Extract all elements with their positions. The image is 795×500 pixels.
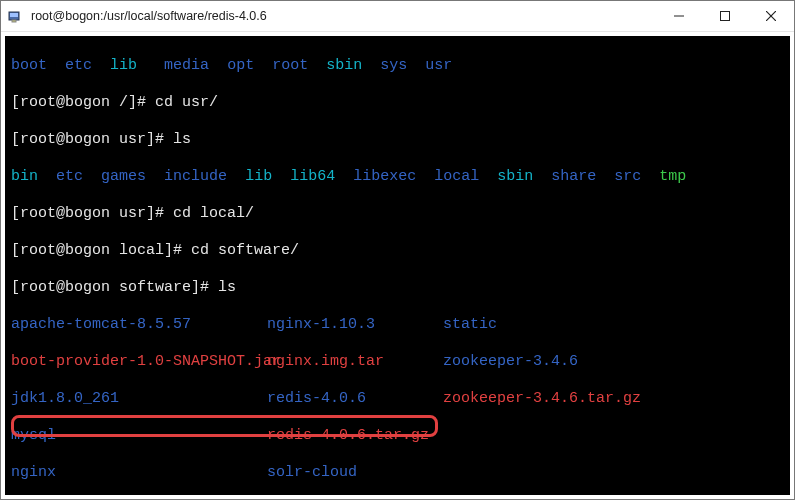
dir-entry: sbin [326, 57, 362, 74]
dir-entry: games [101, 168, 146, 185]
usr-ls-row: bin etc games include lib lib64 libexec … [11, 168, 784, 187]
dir-entry: nginx-1.10.3 [267, 316, 443, 335]
dir-entry: opt [227, 57, 254, 74]
file-entry: boot-provider-1.0-SNAPSHOT.jar [11, 353, 267, 372]
window-titlebar: root@bogon:/usr/local/software/redis-4.0… [1, 1, 794, 32]
dir-entry: redis-4.0.6 [267, 390, 443, 409]
dir-entry: share [551, 168, 596, 185]
dir-entry: lib [110, 57, 137, 74]
svg-rect-1 [10, 13, 18, 17]
dir-entry: nginx [11, 464, 267, 483]
dir-entry: mysql [11, 427, 267, 446]
dir-entry: etc [65, 57, 92, 74]
software-ls-row: mysqlredis-4.0.6.tar.gz [11, 427, 784, 446]
root-ls-row: boot etc lib media opt root sbin sys usr [11, 57, 784, 76]
file-entry: redis-4.0.6.tar.gz [267, 427, 443, 446]
file-entry: zookeeper-3.4.6.tar.gz [443, 390, 784, 409]
dir-entry: sbin [497, 168, 533, 185]
dir-entry: tmp [659, 168, 686, 185]
dir-entry: solr-cloud [267, 464, 443, 483]
dir-entry: sys [380, 57, 407, 74]
minimize-button[interactable] [656, 1, 702, 31]
dir-entry: boot [11, 57, 47, 74]
dir-entry: lib [245, 168, 272, 185]
prompt-line: [root@bogon usr]# cd local/ [11, 205, 784, 224]
app-window: root@bogon:/usr/local/software/redis-4.0… [0, 0, 795, 500]
dir-entry: static [443, 316, 784, 335]
dir-entry: zookeeper-3.4.6 [443, 353, 784, 372]
prompt-line: [root@bogon /]# cd usr/ [11, 94, 784, 113]
software-ls-row: boot-provider-1.0-SNAPSHOT.jarnginx.img.… [11, 353, 784, 372]
dir-entry: etc [56, 168, 83, 185]
dir-entry: local [434, 168, 479, 185]
dir-entry: root [272, 57, 308, 74]
maximize-button[interactable] [702, 1, 748, 31]
software-ls-row: apache-tomcat-8.5.57nginx-1.10.3static [11, 316, 784, 335]
dir-entry: include [164, 168, 227, 185]
dir-entry: apache-tomcat-8.5.57 [11, 316, 267, 335]
dir-entry: bin [11, 168, 38, 185]
prompt-line: [root@bogon usr]# ls [11, 131, 784, 150]
dir-entry: usr [425, 57, 452, 74]
software-ls-row: nginxsolr-cloud [11, 464, 784, 483]
prompt-line: [root@bogon local]# cd software/ [11, 242, 784, 261]
dir-entry: media [164, 57, 209, 74]
software-ls-row: jdk1.8.0_261redis-4.0.6zookeeper-3.4.6.t… [11, 390, 784, 409]
dir-entry: jdk1.8.0_261 [11, 390, 267, 409]
window-controls [656, 1, 794, 31]
svg-rect-2 [12, 20, 16, 22]
dir-entry: libexec [353, 168, 416, 185]
close-button[interactable] [748, 1, 794, 31]
svg-rect-4 [721, 12, 730, 21]
terminal-output: boot etc lib media opt root sbin sys usr… [5, 36, 790, 495]
putty-icon [1, 8, 29, 24]
window-title: root@bogon:/usr/local/software/redis-4.0… [29, 9, 656, 23]
prompt-line: [root@bogon software]# ls [11, 279, 784, 298]
dir-entry: src [614, 168, 641, 185]
dir-entry: lib64 [290, 168, 335, 185]
terminal-area[interactable]: boot etc lib media opt root sbin sys usr… [5, 36, 790, 495]
file-entry: nginx.img.tar [267, 353, 443, 372]
